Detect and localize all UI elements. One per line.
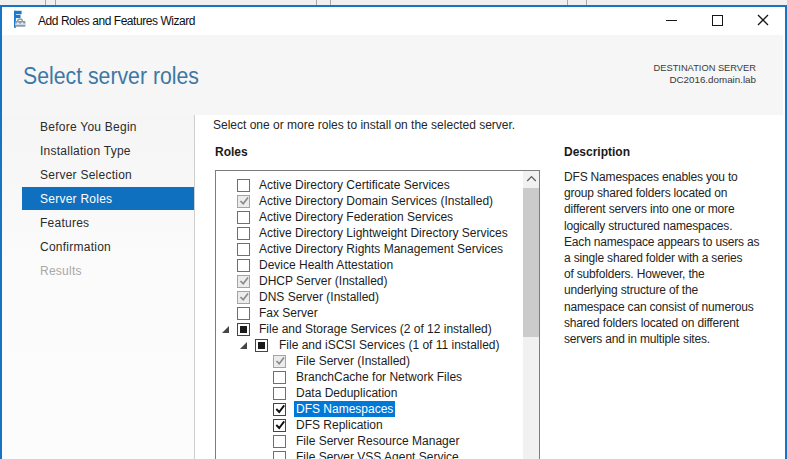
- svg-text:Select server roles: Select server roles: [23, 63, 199, 89]
